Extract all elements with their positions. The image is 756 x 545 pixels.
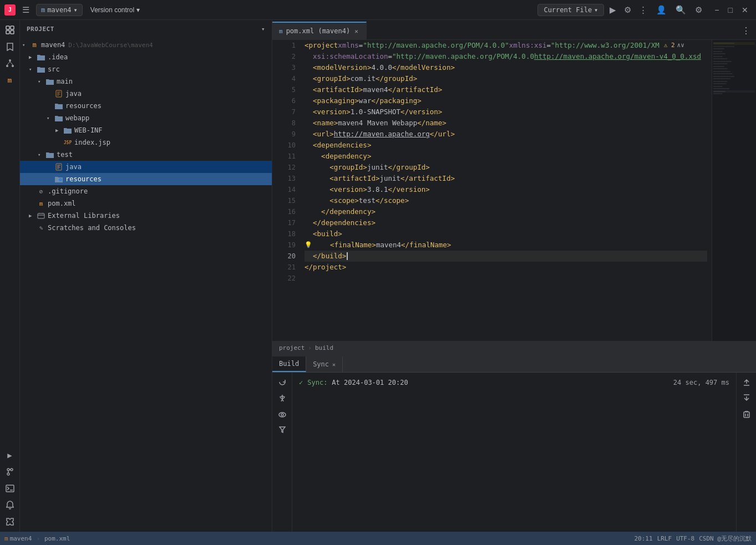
code-line-1: <project xmlns = "http://maven.apache.or… [305, 40, 707, 51]
activity-terminal[interactable] [2, 481, 18, 496]
code-line-10: <dependencies> [305, 140, 707, 151]
pin-icon[interactable] [277, 392, 288, 406]
tab-label: pom.xml (maven4) [286, 27, 351, 35]
minimap: ━━━━━━━━━━━━━━━━━━━━━ ━━━━━━━━━━━━━━━━━━… [712, 40, 756, 341]
tree-item-src[interactable]: ▾ src [20, 63, 272, 75]
position-text: 20:11 [635, 535, 653, 542]
line-num-20: 20 [277, 251, 296, 262]
minimize-button[interactable]: − [711, 3, 722, 17]
svg-point-4 [9, 59, 11, 62]
activity-plugins[interactable] [2, 514, 18, 529]
svg-point-6 [12, 65, 14, 67]
vcs-button[interactable]: Version control ▾ [87, 4, 143, 16]
status-watermark: CSDN @无尽的沉默 [699, 534, 752, 543]
tree-item-idea[interactable]: ▶ .idea [20, 51, 272, 63]
sidebar-title: Project [27, 26, 261, 33]
maven4-path: D:\JavaWebCourse\maven4 [68, 42, 153, 49]
window-controls: − □ ✕ [711, 3, 752, 17]
tree-item-scratches[interactable]: ✎ Scratches and Consoles [20, 222, 272, 234]
tab-close-button[interactable]: ✕ [353, 27, 359, 35]
close-button[interactable]: ✕ [738, 3, 752, 17]
code-line-12: <groupId> junit </groupId> [305, 162, 707, 173]
breadcrumb-sep-1: › [308, 344, 312, 352]
sync-label: Sync: [307, 379, 327, 386]
maven-status-icon: m [4, 535, 8, 542]
tree-item-resources-main[interactable]: resources [20, 100, 272, 112]
code-line-22 [305, 273, 707, 284]
arrow-icon: ▾ [38, 152, 45, 157]
tree-item-java-test[interactable]: java [20, 161, 272, 173]
hamburger-menu[interactable]: ☰ [20, 3, 32, 17]
status-encoding[interactable]: UTF-8 [676, 535, 694, 542]
arrow-icon [29, 225, 37, 231]
activity-maven[interactable]: m [2, 72, 18, 88]
tree-item-main[interactable]: ▾ main [20, 75, 272, 88]
svg-rect-13 [56, 90, 62, 97]
line-num-5: 5 [277, 84, 296, 95]
tree-item-test[interactable]: ▾ test [20, 149, 272, 161]
eye-icon[interactable] [276, 408, 288, 421]
clear-icon[interactable] [741, 408, 752, 422]
tree-item-webapp[interactable]: ▾ webapp [20, 112, 272, 124]
code-line-2: xsi:schemaLocation = "http://maven.apach… [305, 51, 707, 62]
sync-tab-close[interactable]: ✕ [332, 361, 336, 368]
activity-run[interactable]: ▶ [2, 447, 18, 463]
svg-rect-2 [6, 30, 9, 34]
bottom-tab-build[interactable]: Build [272, 356, 306, 372]
breadcrumb-project[interactable]: project [279, 344, 305, 352]
tab-options-button[interactable]: ⋮ [736, 22, 756, 39]
code-area[interactable]: <project xmlns = "http://maven.apache.or… [300, 40, 712, 341]
project-selector[interactable]: m maven4 ▾ [36, 4, 83, 16]
build-output: ✓ Sync: At 2024-03-01 20:20 24 sec, 497 … [292, 373, 736, 532]
status-line-sep[interactable]: LRLF [657, 535, 672, 542]
run-config-selector[interactable]: Current File ▾ [537, 4, 604, 16]
debug-button[interactable]: ⚙ [622, 3, 633, 17]
status-position[interactable]: 20:11 [635, 535, 653, 542]
tab-pom-xml[interactable]: m pom.xml (maven4) ✕ [272, 22, 367, 39]
more-run-options[interactable]: ⋮ [637, 3, 650, 17]
status-file[interactable]: pom.xml [44, 535, 70, 542]
status-project-name: maven4 [10, 535, 32, 542]
breadcrumb-build[interactable]: build [315, 344, 333, 352]
refresh-icon[interactable] [276, 376, 288, 390]
arrow-icon [47, 103, 54, 109]
run-button[interactable]: ▶ [607, 3, 618, 17]
code-line-13: <artifactId> junit </artifactId> [305, 173, 707, 184]
scroll-top-icon[interactable] [741, 376, 752, 390]
resources-test-label: resources [65, 175, 102, 183]
line-num-7: 7 [277, 106, 296, 118]
tree-item-gitignore[interactable]: ⊘ .gitignore [20, 185, 272, 197]
encoding-text: UTF-8 [676, 535, 694, 542]
build-log-entry-1: ✓ Sync: At 2024-03-01 20:20 24 sec, 497 … [299, 377, 729, 388]
tree-item-pom-xml[interactable]: m pom.xml [20, 197, 272, 210]
java-main-label: java [65, 90, 82, 98]
profile-button[interactable]: 👤 [654, 3, 669, 17]
search-button[interactable]: 🔍 [673, 3, 688, 17]
activity-bookmarks[interactable] [2, 39, 18, 54]
code-line-5: <artifactId> maven4 </artifactId> [305, 84, 707, 95]
maximize-button[interactable]: □ [725, 3, 736, 17]
tree-item-java-main[interactable]: java [20, 88, 272, 100]
duration: 24 sec, 497 ms [673, 379, 729, 386]
arrow-icon [47, 164, 54, 170]
activity-structure[interactable] [2, 55, 18, 71]
line-num-21: 21 [277, 262, 296, 273]
activity-git[interactable] [2, 464, 18, 480]
tree-item-ext-libs[interactable]: ▶ External Libraries [20, 210, 272, 222]
tree-item-resources-test[interactable]: resources [20, 173, 272, 185]
activity-project[interactable] [2, 22, 18, 38]
editor-area: m pom.xml (maven4) ✕ ⋮ 1 2 3 4 5 6 7 8 9… [272, 20, 756, 532]
project-m-icon: m [41, 6, 45, 14]
tree-item-webinf[interactable]: ▶ WEB-INF [20, 124, 272, 136]
activity-notifications[interactable] [2, 497, 18, 513]
settings-button[interactable]: ⚙ [693, 3, 704, 17]
index-jsp-label: index.jsp [74, 139, 110, 146]
tree-item-maven4-root[interactable]: ▾ m maven4 D:\JavaWebCourse\maven4 [20, 39, 272, 51]
arrow-icon [29, 189, 37, 194]
status-maven-project[interactable]: m maven4 [4, 535, 32, 542]
tree-item-index-jsp[interactable]: JSP index.jsp [20, 136, 272, 149]
svg-rect-1 [11, 26, 14, 29]
bottom-tab-sync[interactable]: Sync ✕ [306, 356, 343, 372]
filter-icon[interactable] [277, 424, 288, 437]
scroll-end-icon[interactable] [741, 392, 752, 406]
